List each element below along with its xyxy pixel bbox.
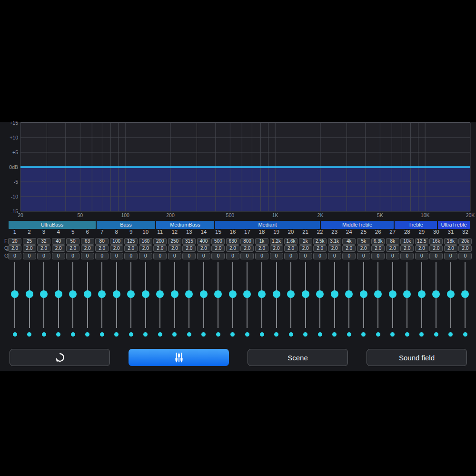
band-number: 2 — [22, 229, 37, 235]
band-freq-value: 20 — [8, 238, 21, 245]
band-gain-value: 0 — [415, 253, 428, 259]
head-unit-screen: 12:36 +15+10+50dB-5-10-1520501002005001K… — [0, 0, 476, 476]
band-q-value: 2.0 — [8, 245, 21, 252]
gain-slider-handle[interactable] — [273, 290, 280, 298]
x-tick-label: 5K — [377, 212, 383, 218]
gain-slider-handle[interactable] — [287, 290, 295, 298]
eq-button[interactable] — [129, 349, 229, 366]
band-group-middletreble[interactable]: MiddleTreble — [321, 221, 394, 229]
band-freq-value: 4k — [342, 238, 356, 245]
band-gain-value: 0 — [197, 253, 210, 259]
soundfield-button[interactable]: Sound field — [367, 349, 467, 366]
scene-button[interactable]: Scene — [248, 349, 348, 366]
band-q-value: 2.0 — [342, 245, 356, 252]
band-q-value: 2.0 — [81, 245, 94, 252]
band-gain-value: 0 — [429, 253, 443, 259]
gain-slider-handle[interactable] — [40, 290, 48, 298]
gain-slider-handle[interactable] — [69, 290, 77, 298]
band-indicator-dot — [13, 332, 17, 337]
gain-slider-handle[interactable] — [113, 290, 120, 298]
band-group-ultratreble[interactable]: UltraTreble — [438, 221, 470, 229]
band-indicator-dot — [260, 332, 264, 337]
band-freq-value: 200 — [153, 238, 167, 245]
band-q-value: 2.0 — [37, 245, 50, 252]
band-freq-value: 16k — [429, 238, 443, 245]
band-gain-value: 0 — [299, 253, 312, 259]
band-q-value: 2.0 — [371, 245, 385, 252]
band-gain-value: 0 — [313, 253, 327, 259]
band-q-value: 2.0 — [328, 245, 341, 252]
band-freq-value: 5k — [357, 238, 370, 245]
band-number: 30 — [429, 229, 443, 235]
band-number: 10 — [139, 229, 153, 235]
band-gain-value: 0 — [52, 253, 65, 259]
band-number: 5 — [66, 229, 80, 235]
band-number: 13 — [182, 229, 196, 235]
y-tick-label: -5 — [14, 179, 18, 185]
band-freq-value: 160 — [139, 238, 152, 245]
band-indicator-dot — [405, 332, 409, 337]
band-group-treble[interactable]: Treble — [395, 221, 437, 229]
band-number: 1 — [8, 229, 22, 235]
gain-slider-handle[interactable] — [389, 290, 397, 298]
x-tick-label: 200 — [166, 212, 175, 218]
gain-slider-handle[interactable] — [171, 290, 178, 298]
gain-slider-handle[interactable] — [11, 290, 19, 298]
band-indicator-dot — [158, 332, 162, 337]
band-gain-value: 0 — [182, 253, 196, 259]
gain-slider-handle[interactable] — [258, 290, 266, 298]
gain-slider-handle[interactable] — [331, 290, 338, 298]
band-group-mediant[interactable]: Mediant — [215, 221, 320, 229]
band-freq-value: 100 — [110, 238, 123, 245]
band-number: 15 — [211, 229, 225, 235]
gain-slider-handle[interactable] — [316, 290, 324, 298]
band-number: 23 — [327, 229, 342, 235]
x-tick-label: 20 — [18, 212, 23, 218]
gain-slider-handle[interactable] — [360, 290, 367, 298]
band-number: 21 — [298, 229, 313, 235]
gain-slider-handle[interactable] — [142, 290, 149, 298]
x-tick-label: 50 — [78, 212, 83, 218]
band-gain-value: 0 — [211, 253, 225, 259]
band-q-value: 2.0 — [52, 245, 65, 252]
band-number: 16 — [226, 229, 240, 235]
band-freq-value: 1.2k — [270, 238, 283, 245]
band-freq-value: 250 — [168, 238, 181, 245]
gain-slider-handle[interactable] — [447, 290, 455, 298]
eq-sliders-icon — [173, 351, 185, 364]
band-indicator-dot — [376, 332, 380, 337]
reset-button[interactable] — [10, 349, 110, 366]
gain-slider-handle[interactable] — [302, 290, 309, 298]
band-gain-value: 0 — [444, 253, 457, 259]
band-indicator-dot — [42, 332, 46, 337]
band-number: 27 — [386, 229, 400, 235]
band-q-value: 2.0 — [357, 245, 370, 252]
gain-slider-handle[interactable] — [418, 290, 426, 298]
band-q-value: 2.0 — [95, 245, 109, 252]
band-group-ultrabass[interactable]: UltraBass — [9, 221, 96, 229]
band-number: 22 — [313, 229, 327, 235]
band-q-value: 2.0 — [168, 245, 181, 252]
band-gain-value: 0 — [226, 253, 239, 259]
gain-slider-handle[interactable] — [26, 290, 33, 298]
band-freq-value: 2.5k — [313, 238, 327, 245]
gain-slider-handle[interactable] — [229, 290, 237, 298]
band-gain-value: 0 — [110, 253, 123, 259]
x-tick-label: 20K — [466, 212, 475, 218]
gain-slider-handle[interactable] — [84, 290, 91, 298]
band-group-mediumbass[interactable]: MediumBass — [156, 221, 214, 229]
x-tick-label: 10K — [421, 212, 430, 218]
band-q-value: 2.0 — [124, 245, 138, 252]
gain-slider-handle[interactable] — [55, 290, 62, 298]
band-indicator-dot — [347, 332, 351, 337]
response-fill — [20, 168, 470, 211]
band-indicator-dot — [100, 332, 104, 337]
band-gain-value: 0 — [37, 253, 50, 259]
band-number: 14 — [197, 229, 211, 235]
band-group-bass[interactable]: Bass — [97, 221, 155, 229]
band-gain-value: 0 — [23, 253, 36, 259]
band-q-value: 2.0 — [255, 245, 268, 252]
gain-slider-handle[interactable] — [200, 290, 208, 298]
band-number: 25 — [357, 229, 371, 235]
band-indicator-dot — [289, 332, 293, 337]
